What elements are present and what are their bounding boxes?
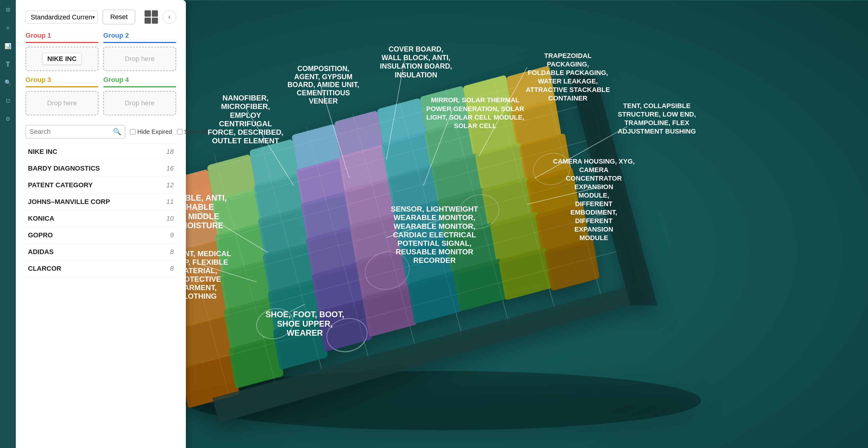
hide-expired-checkbox[interactable] [130,129,135,134]
svg-text:MICROFIBER,: MICROFIBER, [221,102,270,110]
company-count: 9 [162,231,174,239]
svg-text:SOLAR CELL: SOLAR CELL [454,122,497,130]
search-section: 🔍 Hide Expired Show All NIKE INC 18 BARD… [26,125,176,448]
svg-text:DIFFERENT: DIFFERENT [575,217,613,225]
sidebar-icon-layers[interactable]: ⊡ [3,96,13,106]
group-4-drop-text: Drop here [125,99,155,107]
svg-text:OUTLET ELEMENT: OUTLET ELEMENT [212,136,279,145]
group-1-section: Group 1 NIKE INC [26,32,98,71]
groups-container: Group 1 NIKE INC Group 2 Drop here [26,32,176,115]
svg-text:VENEER: VENEER [309,97,338,105]
sidebar-icon-chart[interactable]: 📊 [3,41,13,51]
svg-text:STRUCTURE, LOW END,: STRUCTURE, LOW END, [618,110,696,118]
group-3-drop-zone[interactable]: Drop here [26,91,98,115]
group-1-underline [26,42,98,43]
svg-text:SENSOR, LIGHTWEIGHT: SENSOR, LIGHTWEIGHT [391,205,478,213]
svg-text:COMPOSITION,: COMPOSITION, [297,65,349,72]
group-1-chip-nike[interactable]: NIKE INC [42,53,82,65]
svg-text:CAMERA: CAMERA [579,166,608,173]
sidebar-icon-text[interactable]: T [3,60,13,69]
company-count: 12 [162,181,174,189]
company-count: 8 [162,248,174,256]
grid-view-icon[interactable] [145,10,158,24]
collapse-button[interactable]: ‹ [163,10,176,24]
company-name: CLARCOR [28,265,162,273]
group-2-section: Group 2 Drop here [103,32,176,71]
svg-text:TENT, COLLAPSIBLE: TENT, COLLAPSIBLE [623,102,691,109]
company-list: NIKE INC 18 BARDY DIAGNOSTICS 16 PATENT … [26,143,176,448]
panel: Standardized Curren Raw Values Percentil… [16,0,186,448]
svg-text:INSULATION BOARD,: INSULATION BOARD, [380,62,452,70]
company-list-item[interactable]: NIKE INC 18 [26,143,176,160]
company-list-item[interactable]: GOPRO 9 [26,227,176,244]
svg-text:NANOFIBER,: NANOFIBER, [223,94,269,102]
currency-dropdown-wrapper[interactable]: Standardized Curren Raw Values Percentil… [26,11,98,24]
panel-header: Standardized Curren Raw Values Percentil… [26,10,176,24]
company-name: GOPRO [28,231,162,239]
currency-dropdown[interactable]: Standardized Curren Raw Values Percentil… [26,11,98,24]
svg-text:SHOE, FOOT, BOOT,: SHOE, FOOT, BOOT, [266,310,344,319]
svg-text:CONCENTRATOR: CONCENTRATOR [566,174,622,182]
svg-text:EXPANSION: EXPANSION [574,183,613,191]
group-2-drop-text: Drop here [125,55,155,63]
company-name: JOHNS–MANVILLE CORP [28,198,162,206]
svg-text:SHOE UPPER,: SHOE UPPER, [277,319,333,328]
search-input[interactable] [29,128,113,136]
company-list-item[interactable]: PATENT CATEGORY 12 [26,177,176,194]
sidebar-icon-list[interactable]: ≡ [3,23,13,33]
reset-button[interactable]: Reset [103,10,135,24]
svg-text:WEARABLE MONITOR,: WEARABLE MONITOR, [394,213,475,222]
company-count: 8 [162,265,174,273]
svg-text:CONTAINER: CONTAINER [548,94,587,102]
svg-text:MIRROR, SOLAR THERMAL: MIRROR, SOLAR THERMAL [431,96,519,104]
svg-text:AGENT, GYPSUM: AGENT, GYPSUM [294,73,352,81]
group-2-label: Group 2 [103,32,129,39]
svg-text:WATER LEAKAGE,: WATER LEAKAGE, [538,77,598,85]
svg-text:POTENTIAL SIGNAL,: POTENTIAL SIGNAL, [398,239,471,247]
group-4-underline [103,86,176,88]
company-list-item[interactable]: JOHNS–MANVILLE CORP 11 [26,194,176,210]
svg-text:RECORDER: RECORDER [413,256,456,264]
search-input-wrapper: 🔍 [26,125,125,138]
svg-text:TRAPEZOIDAL: TRAPEZOIDAL [544,52,592,60]
group-4-section: Group 4 Drop here [103,76,176,115]
company-count: 18 [162,148,174,156]
group-3-label: Group 3 [26,76,51,84]
svg-text:DIFFERENT: DIFFERENT [575,200,613,207]
svg-text:EMPLOY: EMPLOY [230,111,261,119]
company-list-item[interactable]: BARDY DIAGNOSTICS 16 [26,160,176,177]
svg-text:ATTRACTIVE STACKABLE: ATTRACTIVE STACKABLE [526,86,610,94]
group-1-drop-zone[interactable]: NIKE INC [26,47,98,71]
svg-text:COVER BOARD,: COVER BOARD, [389,45,443,53]
group-4-label: Group 4 [103,76,129,84]
svg-text:PACKAGING,: PACKAGING, [547,60,589,68]
svg-text:ADJUSTMENT BUSHING: ADJUSTMENT BUSHING [618,127,696,135]
search-icon-button[interactable]: 🔍 [113,128,121,136]
svg-text:CAMERA HOUSING, XYG,: CAMERA HOUSING, XYG, [553,158,635,165]
company-list-item[interactable]: ADIDAS 8 [26,244,176,260]
svg-text:TRAMPOLINE, FLEX: TRAMPOLINE, FLEX [624,119,689,127]
sidebar-icon-settings[interactable]: ⚙ [3,114,13,124]
show-all-label[interactable]: Show All [177,128,208,135]
sidebar-icon-grid[interactable]: ⊞ [3,5,13,14]
svg-text:EMBODIMENT,: EMBODIMENT, [570,209,617,216]
group-2-underline [103,42,176,43]
svg-text:INSULATION: INSULATION [395,71,437,79]
svg-text:WALL BLOCK, ANTI,: WALL BLOCK, ANTI, [381,54,451,62]
group-4-drop-zone[interactable]: Drop here [103,91,176,115]
company-name: ADIDAS [28,248,162,256]
company-name: KONICA [28,215,162,222]
sidebar-icon-search[interactable]: 🔍 [3,78,13,88]
svg-text:POWER GENERATION, SOLAR: POWER GENERATION, SOLAR [426,105,524,113]
svg-text:LIGHT, SOLAR CELL MODULE,: LIGHT, SOLAR CELL MODULE, [426,114,524,121]
show-all-checkbox[interactable] [177,129,183,134]
svg-text:CARDIAC ELECTRICAL: CARDIAC ELECTRICAL [393,231,476,239]
company-list-item[interactable]: CLARCOR 8 [26,260,176,277]
svg-text:MODULE,: MODULE, [579,192,609,199]
company-list-item[interactable]: KONICA 10 [26,210,176,227]
company-name: PATENT CATEGORY [28,181,162,189]
svg-text:REUSABLE MONITOR: REUSABLE MONITOR [396,248,473,256]
group-2-drop-zone[interactable]: Drop here [103,47,176,71]
hide-expired-label[interactable]: Hide Expired [130,128,172,135]
svg-text:CENTRIFUGAL: CENTRIFUGAL [219,120,272,128]
